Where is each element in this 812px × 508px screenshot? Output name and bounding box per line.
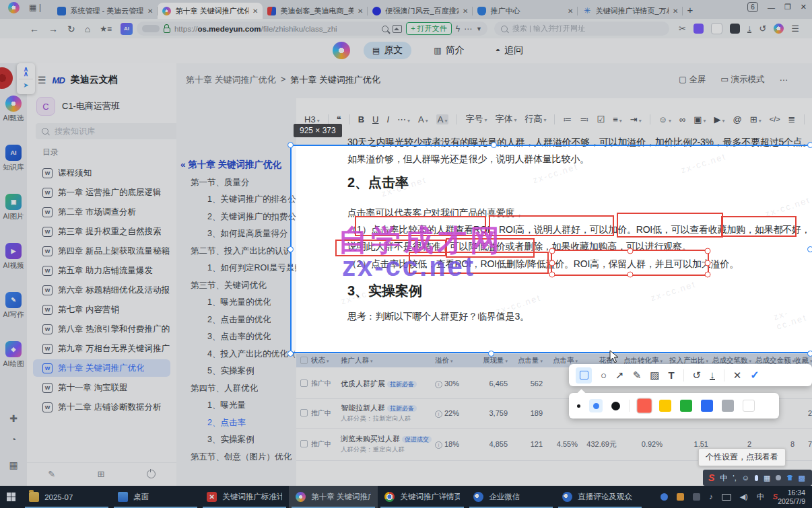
taskbar-item-desktop[interactable]: 桌面 <box>111 486 200 508</box>
sidebar-item-ch2[interactable]: W第二章 市场调查分析 <box>33 203 170 221</box>
table-insert-dropdown[interactable]: ⊞ <box>750 114 762 124</box>
col-premium[interactable]: 溢价 <box>435 356 469 365</box>
tray-orange-app-icon[interactable] <box>677 493 684 501</box>
checkbox[interactable] <box>300 409 308 416</box>
stroke-medium-selected[interactable] <box>589 399 603 412</box>
selection-handle[interactable] <box>491 142 497 148</box>
italic-icon[interactable]: I <box>386 114 389 124</box>
audience-name[interactable]: 浏览未购买过人群 <box>341 435 400 443</box>
toc-item[interactable]: 1、关键词推广的排名公式 <box>207 194 304 205</box>
sidebar-collapse-widget[interactable]: ∧ ∧ ➤ <box>17 63 35 94</box>
col-status[interactable]: 状态 <box>311 356 341 365</box>
audience-name[interactable]: 优质人群扩展 <box>341 379 385 388</box>
annotation-handle[interactable] <box>549 248 555 254</box>
taskbar-item-wecom[interactable]: 企业微信 <box>467 486 555 508</box>
image-mode-icon[interactable] <box>393 25 402 33</box>
reload-button[interactable]: ↻ <box>67 24 75 34</box>
rail-item-ai-draw[interactable]: ◈ AI绘图 <box>0 341 27 369</box>
tab-close-icon[interactable]: ✕ <box>252 7 258 15</box>
home-button[interactable]: ⌂ <box>85 24 90 34</box>
taskbar-item-live-comments[interactable]: 直播评论及观众 <box>555 486 644 508</box>
line-height-dropdown[interactable]: 行高 <box>525 113 546 125</box>
toolbox-briefcase-icon[interactable]: ▦ <box>0 460 27 470</box>
breadcrumb-chapter[interactable]: 第十章 关键词推广优化 <box>186 74 276 86</box>
selection-handle[interactable] <box>807 246 812 252</box>
annotation-handle[interactable] <box>705 260 711 266</box>
bookmark-star-icon[interactable]: ★≡ <box>100 24 112 34</box>
tray-ime-icon[interactable]: 中 <box>757 493 764 501</box>
browser-tab-5[interactable]: 推广中心 ✕ <box>473 3 578 19</box>
bullet-list-icon[interactable]: ≔ <box>563 114 572 124</box>
tray-mic-icon[interactable]: ♪ <box>709 493 713 501</box>
rail-item-ai-writing[interactable]: ✎ AI写作 <box>0 292 27 320</box>
plugins-puzzle-icon[interactable]: ✚ <box>0 413 27 424</box>
annotation-handle[interactable] <box>705 272 711 278</box>
ellipse-tool[interactable]: ○ <box>601 370 607 380</box>
more-blocks-icon[interactable]: ≣ <box>788 114 796 124</box>
history-undo-icon[interactable]: ↺ <box>759 24 766 34</box>
voice-input-icon[interactable] <box>755 475 758 481</box>
toc-item[interactable]: 第四节、人群优化 <box>191 383 258 394</box>
tab-count-badge[interactable]: 6 <box>747 2 758 12</box>
breadcrumb-current[interactable]: 第十章 关键词推广优化 <box>290 74 384 86</box>
video-insert-dropdown[interactable]: ▶ <box>714 114 725 124</box>
taskbar-item-chrome[interactable]: 关键词推广详情页... <box>378 486 467 508</box>
stroke-small-dot[interactable] <box>577 404 580 408</box>
annotation-rect[interactable] <box>489 215 614 236</box>
tab-ask[interactable]: ◓ 追问 <box>487 42 532 59</box>
toc-item[interactable]: 1、曝光量的优化 <box>207 297 271 308</box>
chevron-down-icon[interactable]: ▼ <box>476 26 482 32</box>
bold-icon[interactable]: B <box>358 114 364 124</box>
tab-close-icon[interactable]: ✕ <box>463 7 468 15</box>
font-color-dropdown[interactable]: A <box>418 114 428 124</box>
screenshot-scissors-icon[interactable]: ✂ <box>679 24 686 34</box>
address-bar[interactable]: https://os.medeyun.com/file/zhishiku/cla… <box>137 22 487 36</box>
col-impressions[interactable]: 展现量 <box>469 356 508 365</box>
annotation-handle[interactable] <box>549 272 555 278</box>
sidebar-item-ch6[interactable]: W第六章 标题精细优化及活动报 <box>33 281 170 299</box>
sidebar-item-ch3[interactable]: W第三章 提升权重之自然搜索 <box>33 223 170 240</box>
highlight-color-dropdown[interactable]: A <box>436 114 449 124</box>
open-file-button[interactable]: + 打开文件 <box>406 22 451 35</box>
download-tool[interactable]: ↓ <box>710 371 715 380</box>
pin-icon[interactable]: ➤ <box>17 82 35 89</box>
color-red-selected[interactable] <box>637 398 651 412</box>
fullscreen-button[interactable]: ▢ 全屏 <box>679 74 706 85</box>
window-minimize-button[interactable]: — <box>768 3 775 11</box>
toc-item[interactable]: 3、如何提高质量得分 <box>207 228 287 240</box>
extension-purple-icon[interactable] <box>693 24 704 34</box>
color-yellow[interactable] <box>659 400 671 412</box>
present-mode-button[interactable]: ▭ 演示模式 <box>720 74 764 85</box>
toc-item[interactable]: 5、实操案例 <box>207 365 254 377</box>
taskbar-item-excel[interactable]: ✕ 关键词推广标准计... <box>200 486 289 508</box>
more-format-dropdown[interactable]: ⋯ <box>397 114 410 124</box>
toc-item[interactable]: 第三节、关键词优化 <box>191 280 267 291</box>
new-tab-button[interactable]: + <box>687 4 693 15</box>
selection-handle[interactable] <box>807 351 812 357</box>
undo-tool[interactable]: ↺ <box>693 370 702 380</box>
annotation-handle[interactable] <box>627 248 633 254</box>
annotation-handle[interactable] <box>627 272 633 278</box>
stroke-large-dot[interactable] <box>611 402 620 410</box>
link-icon[interactable]: ∞ <box>679 114 685 124</box>
browser-tab-2-active[interactable]: 第十章 关键词推广优化 ✕ <box>158 3 263 19</box>
toc-title[interactable]: « 第十章 关键词推广优化 <box>180 159 281 171</box>
toc-item[interactable]: 第一节、质量分 <box>191 177 250 188</box>
sidebar-item-ch4[interactable]: W第四章 新品上架获取流量秘籍 <box>33 242 170 260</box>
rect-tool-selected[interactable] <box>576 367 592 384</box>
font-size-dropdown[interactable]: 字号 <box>465 113 487 125</box>
sogou-logo-icon[interactable]: S <box>708 472 714 483</box>
downloads-icon[interactable]: ↓ <box>747 25 752 33</box>
more-actions-icon[interactable]: ⋯ <box>464 24 472 34</box>
tab-original[interactable]: ▤ 原文 <box>364 42 411 59</box>
taskbar-item-folder[interactable]: 2025-07 <box>22 486 111 508</box>
tray-wecom-icon[interactable] <box>661 493 668 501</box>
tray-network-icon[interactable] <box>722 494 731 501</box>
archive-icon[interactable]: ⊞ <box>97 469 104 479</box>
tab-group-icon[interactable]: ▦❘ <box>29 3 43 12</box>
underline-icon[interactable]: U <box>372 114 378 124</box>
sidebar-item-ch12[interactable]: W第十二章 店铺诊断数据分析 <box>33 398 170 416</box>
taskbar-item-medeyun-active[interactable]: 第十章 关键词推广... <box>289 486 378 508</box>
toc-item-active[interactable]: 2、点击率 <box>207 417 246 429</box>
emoji-dropdown[interactable]: ☺ <box>658 114 671 124</box>
